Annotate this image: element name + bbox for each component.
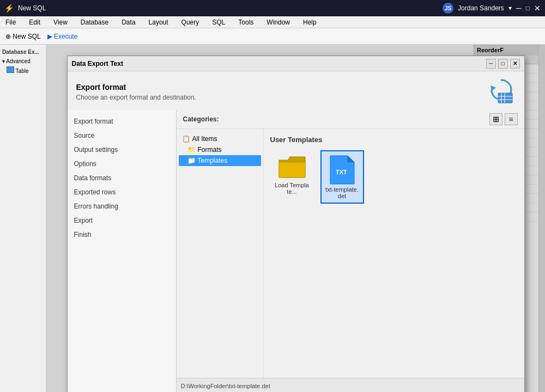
svg-text:TXT: TXT (336, 169, 347, 175)
tree-all-items-label: All Items (192, 135, 217, 143)
main-content: ReorderF smallint 0 0 0 0 0 0 0 0 0 0 0 … (46, 45, 545, 392)
modal-dialog: Data Export Text ─ □ ✕ Export format Cho… (67, 56, 525, 392)
template-txt-label: txt-template.det (325, 186, 360, 199)
minimize-btn[interactable]: ─ (516, 4, 522, 13)
svg-rect-1 (498, 93, 512, 103)
modal-close-btn[interactable]: ✕ (510, 59, 520, 69)
category-tree: 📋 All Items 📁 Formats 📁 (177, 129, 264, 378)
template-txt[interactable]: TXT txt-template.det (320, 150, 364, 204)
content-section: 📋 All Items 📁 Formats 📁 (177, 129, 524, 378)
modal-header-title: Export format (76, 83, 196, 91)
menu-data[interactable]: Data (118, 17, 138, 27)
export-format-icon (487, 78, 516, 104)
sidebar-header: Database Ex... (0, 47, 46, 57)
nav-source[interactable]: Source (68, 128, 176, 143)
categories-label: Categories: (183, 115, 219, 123)
modal-nav: Export format Source Output settings Opt… (68, 110, 177, 392)
toolbar-new[interactable]: ⊕ New SQL (2, 32, 44, 41)
tree-templates-label: Templates (198, 157, 228, 164)
nav-export[interactable]: Export (68, 213, 176, 228)
nav-finish[interactable]: Finish (68, 228, 176, 242)
app-background: ⚡ New SQL JS Jordan Sanders ▾ ─ □ ✕ File… (0, 0, 545, 392)
titlebar-left: ⚡ New SQL (4, 4, 46, 13)
view-toggle: ⊞ ≡ (489, 113, 518, 125)
tree-formats-label: Formats (198, 146, 222, 154)
modal-statusbar: D:\WorkingFolder\txt-template.det (177, 378, 524, 392)
menu-sql[interactable]: SQL (209, 17, 228, 27)
app-titlebar: ⚡ New SQL JS Jordan Sanders ▾ ─ □ ✕ (0, 0, 545, 16)
templates-section-title: User Templates (270, 136, 518, 144)
sidebar-item-table[interactable]: Table (0, 65, 46, 75)
toolbar-run[interactable]: ▶ Execute (44, 32, 81, 41)
sidebar-item-advanced[interactable]: ▾ Advanced (0, 57, 46, 65)
template-load[interactable]: Load Template... (270, 150, 314, 204)
menu-view[interactable]: View (50, 17, 71, 27)
file-svg: TXT (328, 155, 356, 185)
grid-view-btn[interactable]: ⊞ (489, 113, 502, 125)
modal-right: Categories: ⊞ ≡ (177, 110, 524, 392)
menu-query[interactable]: Query (178, 17, 203, 27)
menu-window[interactable]: Window (263, 17, 293, 27)
modal-header-text: Export format Choose an export format an… (76, 83, 196, 101)
tree-templates[interactable]: 📁 Templates (179, 155, 261, 166)
file-icon: TXT (328, 155, 356, 183)
menu-database[interactable]: Database (77, 17, 112, 27)
app-body: Database Ex... ▾ Advanced Table R (0, 45, 545, 392)
templates-panel: User Templates (264, 129, 524, 378)
nav-exported-rows[interactable]: Exported rows (68, 185, 176, 199)
user-avatar: JS (443, 3, 453, 14)
menu-tools[interactable]: Tools (235, 17, 257, 27)
tree-all-items[interactable]: 📋 All Items (179, 133, 261, 144)
templates-grid: Load Template... (270, 150, 518, 204)
menu-layout[interactable]: Layout (146, 17, 172, 27)
nav-data-formats[interactable]: Data formats (68, 171, 176, 185)
folder-svg (278, 155, 306, 179)
modal-header: Export format Choose an export format an… (68, 71, 524, 110)
menu-help[interactable]: Help (300, 17, 320, 27)
maximize-btn[interactable]: □ (526, 4, 530, 12)
status-path: D:\WorkingFolder\txt-template.det (181, 383, 270, 389)
modal-minimize-btn[interactable]: ─ (486, 59, 496, 69)
close-btn[interactable]: ✕ (534, 4, 541, 13)
tree-formats-icon: 📁 (187, 146, 196, 154)
left-sidebar: Database Ex... ▾ Advanced Table (0, 45, 46, 392)
user-name: Jordan Sanders (458, 4, 504, 12)
list-view-btn[interactable]: ≡ (505, 113, 518, 125)
tree-formats[interactable]: 📁 Formats (179, 144, 261, 155)
modal-title: Data Export Text (72, 60, 123, 68)
user-chevron[interactable]: ▾ (508, 4, 512, 12)
app-icon: ⚡ (4, 4, 14, 13)
app-menubar: File Edit View Database Data Layout Quer… (0, 16, 545, 28)
modal-body: Export format Source Output settings Opt… (68, 110, 524, 392)
header-logo (487, 78, 516, 106)
modal-maximize-btn[interactable]: □ (498, 59, 508, 69)
user-info: JS Jordan Sanders ▾ ─ □ ✕ (443, 3, 541, 14)
tree-all-items-icon: 📋 (182, 135, 190, 143)
modal-overlay: Data Export Text ─ □ ✕ Export format Cho… (46, 45, 545, 392)
app-title: New SQL (18, 4, 46, 12)
nav-export-format[interactable]: Export format (68, 114, 176, 128)
nav-output-settings[interactable]: Output settings (68, 143, 176, 157)
folder-icon (278, 155, 306, 179)
menu-edit[interactable]: Edit (26, 17, 44, 27)
modal-header-subtitle: Choose an export format and destination. (76, 94, 196, 101)
nav-options[interactable]: Options (68, 157, 176, 171)
menu-file[interactable]: File (2, 17, 19, 27)
titlebar-buttons: ─ □ ✕ (486, 59, 520, 69)
tree-templates-icon: 📁 (187, 157, 196, 164)
modal-titlebar: Data Export Text ─ □ ✕ (68, 56, 524, 71)
categories-header: Categories: ⊞ ≡ (177, 110, 524, 129)
template-load-label: Load Template... (275, 182, 310, 195)
app-toolbar: ⊕ New SQL ▶ Execute (0, 28, 545, 45)
nav-errors-handling[interactable]: Errors handling (68, 199, 176, 213)
